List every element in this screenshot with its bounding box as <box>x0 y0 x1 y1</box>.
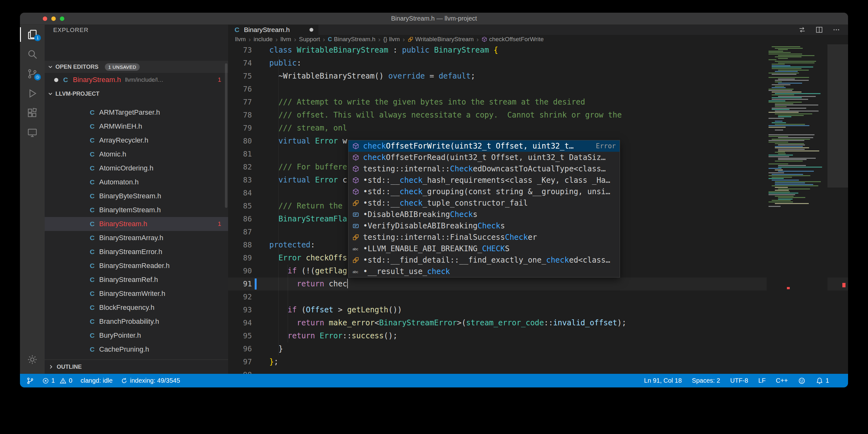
scrollbar-slider[interactable] <box>828 44 848 188</box>
suggest-item-testing-internal-FinalSuccessChecker[interactable]: testing::internal::FinalSuccessChecker <box>348 231 620 243</box>
file-name: BinaryStreamArray.h <box>99 234 163 242</box>
suggest-item-checkOffsetForRead-uint32_t-Offset-uint3[interactable]: checkOffsetForRead(uint32_t Offset, uint… <box>348 152 620 163</box>
indexing-status[interactable]: indexing: 49/3545 <box>121 377 180 384</box>
file-item-Automaton.h[interactable]: CAutomaton.h <box>45 175 228 189</box>
code-line-77[interactable]: 77 /// Attempt to write the given bytes … <box>228 96 848 108</box>
file-item-CachePruning.h[interactable]: CCachePruning.h <box>45 342 228 356</box>
suggest-item--DisableABIBreakingChecks[interactable]: •DisableABIBreakingChecks <box>348 209 620 220</box>
indentation[interactable]: Spaces: 2 <box>692 377 720 384</box>
suggest-item--std-__check_tuple_constructor_fail[interactable]: •std::__check_tuple_constructor_fail <box>348 197 620 209</box>
suggest-item--__result_use_check[interactable]: abc•__result_use_check <box>348 266 620 277</box>
suggest-item-checkOffsetForWrite-uint32_t-Offset-uint[interactable]: checkOffsetForWrite(uint32_t Offset, uin… <box>348 140 620 152</box>
file-item-BinaryStreamWriter.h[interactable]: CBinaryStreamWriter.h <box>45 287 228 301</box>
title-bar[interactable]: BinaryStream.h — llvm-project <box>20 13 848 25</box>
code-line-91[interactable]: 91 return chec <box>228 278 848 290</box>
zoom-button[interactable] <box>60 17 64 21</box>
breadcrumb-item-Support[interactable]: Support <box>299 36 320 43</box>
suggest-item--std-__check_hash_requirements-class-_Ke[interactable]: •std::__check_hash_requirements<class _K… <box>348 175 620 186</box>
file-item-BinaryStreamRef.h[interactable]: CBinaryStreamRef.h <box>45 273 228 287</box>
source-control-activity-button[interactable] <box>20 64 45 84</box>
code-line-74[interactable]: 74public: <box>228 57 848 70</box>
file-item-BinaryStreamArray.h[interactable]: CBinaryStreamArray.h <box>45 231 228 245</box>
project-header[interactable]: LLVM-PROJECT <box>45 87 228 100</box>
extensions-activity-button[interactable] <box>20 103 45 123</box>
open-editors-header[interactable]: OPEN EDITORS 1 UNSAVED <box>45 61 228 73</box>
more-actions-icon[interactable] <box>832 26 840 34</box>
code-line-75[interactable]: 75 ~WritableBinaryStream() override = de… <box>228 70 848 83</box>
suggest-item-testing-internal-CheckedDowncastToActual[interactable]: testing::internal::CheckedDowncastToActu… <box>348 163 620 175</box>
minimap-line <box>769 77 809 78</box>
search-activity-button[interactable] <box>20 44 45 64</box>
suggest-item--std-__find_detail-__find_exactly_one_ch[interactable]: •std::__find_detail::__find_exactly_one_… <box>348 254 620 266</box>
breadcrumb-item-llvm[interactable]: llvm <box>280 36 291 43</box>
file-item-Atomic.h[interactable]: CAtomic.h <box>45 147 228 161</box>
open-editors-label: OPEN EDITORS <box>56 64 98 70</box>
file-item-ARMWinEH.h[interactable]: CARMWinEH.h <box>45 119 228 133</box>
code-line-73[interactable]: 73class WritableBinaryStream : public Bi… <box>228 44 848 57</box>
minimap-line <box>772 109 789 110</box>
eol-sequence[interactable]: LF <box>758 377 766 384</box>
outline-section[interactable]: OUTLINE <box>45 360 228 374</box>
feedback-item[interactable] <box>798 377 806 384</box>
line-number: 74 <box>228 57 252 70</box>
close-button[interactable] <box>43 17 47 21</box>
minimap-line <box>769 112 799 113</box>
code-line-98[interactable]: 98 <box>228 368 848 374</box>
line-content: if (Offset > getLength()) <box>269 304 402 316</box>
code-line-93[interactable]: 93 if (Offset > getLength()) <box>228 304 848 316</box>
tab-binarystream[interactable]: C BinaryStream.h <box>228 25 318 35</box>
language-mode[interactable]: C++ <box>776 377 788 384</box>
remote-explorer-activity-button[interactable] <box>20 123 45 143</box>
file-item-BlockFrequency.h[interactable]: CBlockFrequency.h <box>45 301 228 315</box>
file-item-ArrayRecycler.h[interactable]: CArrayRecycler.h <box>45 133 228 147</box>
minimap-line <box>775 184 813 185</box>
code-line-79[interactable]: 79 /// stream, onl <box>228 122 848 135</box>
run-debug-activity-button[interactable] <box>20 84 45 103</box>
file-item-BinaryByteStream.h[interactable]: CBinaryByteStream.h <box>45 189 228 203</box>
breadcrumb-item-llvm[interactable]: {}llvm <box>383 36 400 43</box>
line-content: /// Return the <box>269 199 342 213</box>
clangd-status[interactable]: clangd: idle <box>81 377 113 384</box>
problems-item[interactable]: 1 0 <box>42 377 72 384</box>
breadcrumb-item-include[interactable]: include <box>253 36 273 43</box>
explorer-activity-button[interactable]: 1 <box>20 25 45 44</box>
code-line-97[interactable]: 97}; <box>228 355 848 368</box>
file-item-AtomicOrdering.h[interactable]: CAtomicOrdering.h <box>45 161 228 175</box>
split-editor-icon[interactable] <box>815 26 823 34</box>
notifications-item[interactable]: 1 <box>816 377 829 384</box>
suggest-item--std-__check_grouping-const-string-__gro[interactable]: •std::__check_grouping(const string &__g… <box>348 186 620 197</box>
suggest-item--LLVM_ENABLE_ABI_BREAKING_CHECKS[interactable]: abc•LLVM_ENABLE_ABI_BREAKING_CHECKS <box>348 243 620 254</box>
open-changes-icon[interactable] <box>798 26 806 34</box>
open-editor-item[interactable]: C BinaryStream.h llvm/include/l… 1 <box>45 73 228 87</box>
editor-scrollbar[interactable] <box>828 44 848 374</box>
suggest-item--VerifyDisableABIBreakingChecks[interactable]: •VerifyDisableABIBreakingChecks <box>348 220 620 231</box>
breadcrumb-item-BinaryStream.h[interactable]: CBinaryStream.h <box>328 36 375 43</box>
breadcrumb-item-checkOffsetForWrite[interactable]: checkOffsetForWrite <box>482 36 544 43</box>
modified-dot-icon[interactable] <box>310 28 313 32</box>
error-count-badge: 1 <box>218 76 221 83</box>
code-line-94[interactable]: 94 return make_error<BinaryStreamError>(… <box>228 316 848 330</box>
branch-item[interactable] <box>26 377 34 384</box>
file-item-BinaryItemStream.h[interactable]: CBinaryItemStream.h <box>45 203 228 217</box>
file-item-BinaryStream.h[interactable]: CBinaryStream.h1 <box>45 217 228 231</box>
file-item-BranchProbability.h[interactable]: CBranchProbability.h <box>45 315 228 329</box>
file-item-BinaryStreamReader.h[interactable]: CBinaryStreamReader.h <box>45 259 228 273</box>
code-line-76[interactable]: 76 <box>228 83 848 96</box>
minimap-line <box>778 70 809 71</box>
file-item-BuryPointer.h[interactable]: CBuryPointer.h <box>45 329 228 342</box>
cursor-position[interactable]: Ln 91, Col 18 <box>644 377 682 384</box>
code-line-92[interactable]: 92 <box>228 290 848 304</box>
encoding[interactable]: UTF-8 <box>730 377 748 384</box>
breadcrumb-item-llvm[interactable]: llvm <box>235 36 246 43</box>
code-line-78[interactable]: 78 /// offset. This will always necessit… <box>228 108 848 122</box>
method-icon <box>352 143 359 150</box>
file-item-ARMTargetParser.h[interactable]: CARMTargetParser.h <box>45 105 228 119</box>
breadcrumb-item-WritableBinaryStream[interactable]: WritableBinaryStream <box>408 36 474 43</box>
sidebar-scrollbar[interactable] <box>225 63 227 208</box>
code-line-96[interactable]: 96 } <box>228 342 848 355</box>
minimize-button[interactable] <box>51 17 56 21</box>
code-line-95[interactable]: 95 return Error::success(); <box>228 330 848 342</box>
settings-button[interactable] <box>20 350 45 369</box>
minimap[interactable] <box>767 44 828 374</box>
file-item-BinaryStreamError.h[interactable]: CBinaryStreamError.h <box>45 245 228 259</box>
